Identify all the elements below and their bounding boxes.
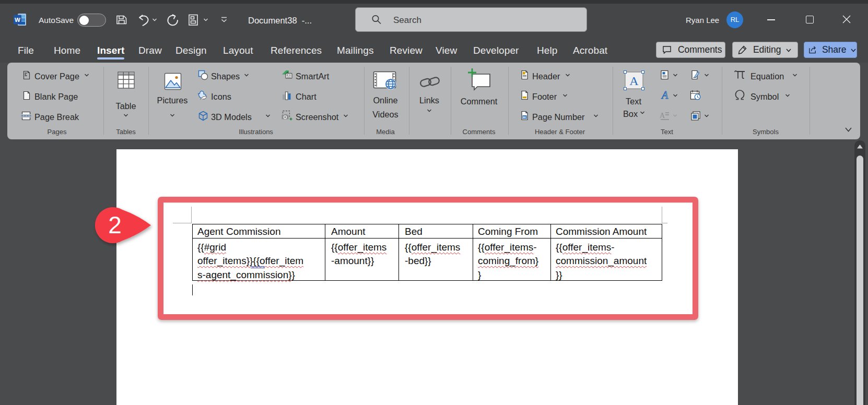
svg-text:W: W xyxy=(15,17,20,23)
svg-text:A: A xyxy=(660,112,665,120)
svg-text:A: A xyxy=(629,74,639,88)
svg-text:A: A xyxy=(661,90,668,101)
svg-text:2: 2 xyxy=(108,211,122,239)
